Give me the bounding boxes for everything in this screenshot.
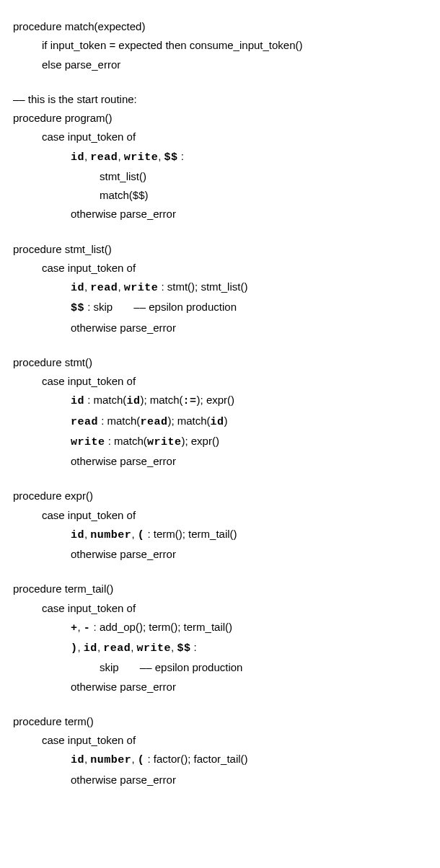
tok-id: id <box>126 395 140 407</box>
underscore: _ <box>92 58 97 71</box>
tok-write: write <box>71 436 105 448</box>
text: : match( <box>105 435 147 447</box>
text: token of <box>97 262 136 274</box>
proc-expr-otherwise: otherwise parse_error <box>13 545 427 564</box>
text: : term(); term <box>144 528 210 540</box>
text: if input <box>42 39 74 51</box>
underscore: _ <box>91 262 97 274</box>
text: token of <box>97 509 136 521</box>
text: procedure stmt <box>13 243 85 255</box>
underscore: _ <box>91 375 97 387</box>
proc-termtail-case: case input_token of <box>13 599 427 618</box>
underscore: _ <box>206 621 211 633</box>
tok-number: number <box>90 754 131 766</box>
tok-number: number <box>90 529 131 541</box>
text: otherwise parse <box>71 455 147 467</box>
proc-stmt-case: case input_token of <box>13 372 427 391</box>
proc-term-l1: id, number, ( : factor(); factor_tail() <box>13 750 427 770</box>
tok-write: write <box>147 436 182 448</box>
text: error <box>153 681 176 693</box>
text: error <box>153 208 176 220</box>
text: input <box>239 39 263 51</box>
text: otherwise parse <box>71 774 147 786</box>
underscore: _ <box>147 322 153 334</box>
text: error <box>153 322 176 334</box>
tok-write: write <box>124 282 159 294</box>
tok-dd: $$ <box>164 151 178 164</box>
proc-stmt-otherwise: otherwise parse_error <box>13 452 427 471</box>
text: token() <box>269 39 303 51</box>
text: ); expr() <box>181 435 219 447</box>
proc-termtail-l3: skip –– epsilon production <box>13 658 427 677</box>
blank-line <box>13 696 427 712</box>
text: : skip –– epsilon production <box>84 301 237 313</box>
text: list() <box>91 243 111 255</box>
tok-read: read <box>103 642 131 655</box>
underscore: _ <box>147 548 153 560</box>
proc-program-match: match($$) <box>13 186 427 205</box>
underscore: _ <box>118 621 123 633</box>
proc-stmt-l1: id : match(id); match(:=); expr() <box>13 391 427 411</box>
proc-expr-header: procedure expr() <box>13 487 427 505</box>
tok-id: id <box>211 416 224 428</box>
text: ); expr() <box>197 394 235 406</box>
proc-program-tokens: id, read, write, $$ : <box>13 147 427 167</box>
underscore: _ <box>221 280 227 293</box>
tok-assign: := <box>183 395 197 407</box>
text: otherwise parse <box>71 548 147 560</box>
tok-id: id <box>71 151 84 164</box>
text: token of <box>97 602 136 614</box>
proc-termtail-l1: +, - : add_op(); term(); term_tail() <box>13 618 427 638</box>
blank-line <box>13 224 427 240</box>
proc-stmtlist-otherwise: otherwise parse_error <box>13 319 427 337</box>
tok-dd: $$ <box>177 642 190 655</box>
tok-dd: $$ <box>71 302 84 314</box>
text: case input <box>42 130 91 143</box>
proc-termtail-otherwise: otherwise parse_error <box>13 678 427 696</box>
text: token of <box>97 130 136 143</box>
underscore: _ <box>263 39 268 51</box>
tok-read: read <box>90 282 118 294</box>
proc-stmt-l3: write : match(write); expr() <box>13 432 427 452</box>
underscore: _ <box>74 39 79 51</box>
text: list() <box>126 170 146 182</box>
underscore: _ <box>147 208 153 220</box>
underscore: _ <box>91 602 97 614</box>
tok-read: read <box>71 416 98 428</box>
sep: , <box>78 641 84 653</box>
proc-stmtlist-header: procedure stmt_list() <box>13 240 427 259</box>
tok-plus: + <box>71 622 78 634</box>
colon: : <box>190 641 196 653</box>
blank-line <box>13 74 427 90</box>
proc-termtail-l2: ), id, read, write, $$ : <box>13 638 427 658</box>
tok-id: id <box>84 642 97 655</box>
text: otherwise parse <box>71 208 147 220</box>
proc-stmtlist-case: case input_token of <box>13 259 427 278</box>
text: otherwise parse <box>71 322 147 334</box>
tok-minus: - <box>84 622 91 634</box>
text: token of <box>97 734 136 746</box>
tok-read: read <box>140 416 167 428</box>
text: otherwise parse <box>71 681 147 693</box>
text: tail() <box>211 621 232 633</box>
proc-term-otherwise: otherwise parse_error <box>13 771 427 789</box>
text: ) <box>224 415 228 427</box>
proc-program-case: case input_token of <box>13 128 427 146</box>
colon: : <box>178 150 184 162</box>
text: case input <box>42 262 91 274</box>
tok-id: id <box>71 282 84 294</box>
tok-rparen: ) <box>71 642 78 655</box>
blank-line <box>13 564 427 580</box>
sep: , <box>131 528 137 540</box>
text: error <box>153 774 176 786</box>
proc-stmt-l2: read : match(read); match(id) <box>13 412 427 432</box>
sep: , <box>78 621 84 633</box>
text: ); match( <box>167 415 210 427</box>
proc-program-otherwise: otherwise parse_error <box>13 205 427 223</box>
text: token = expected then consume <box>80 39 234 51</box>
text: tail() <box>92 583 113 595</box>
proc-match-line2: else parse_error <box>13 56 427 74</box>
underscore: _ <box>91 509 97 521</box>
text: case input <box>42 734 91 746</box>
blank-line <box>13 471 427 487</box>
